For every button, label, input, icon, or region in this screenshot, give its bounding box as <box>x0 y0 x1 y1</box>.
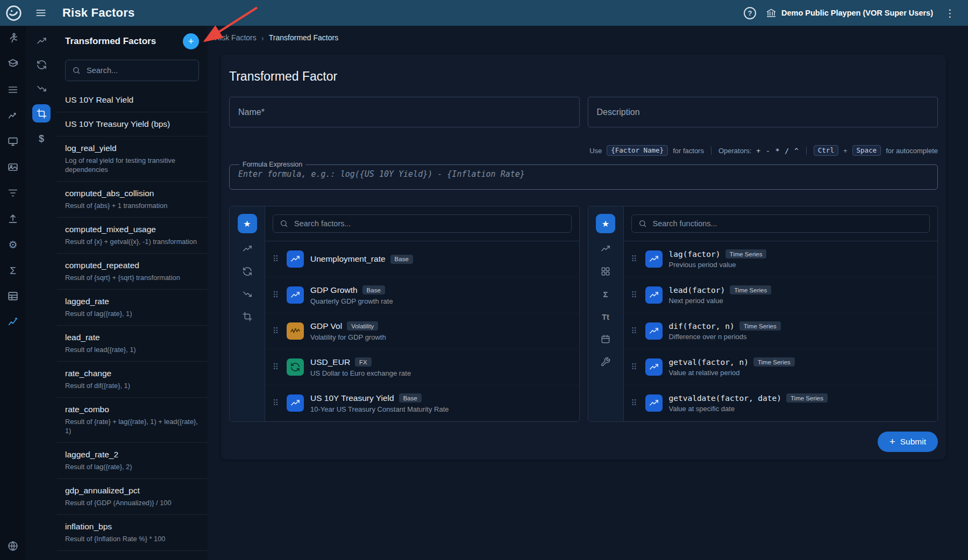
factors-list: ⠿ Unemployment_rate <box>265 241 579 421</box>
nav-item-layers[interactable] <box>5 56 20 71</box>
factor-list-item[interactable]: lead_rate Result of lead({rate}, 1) <box>57 326 208 362</box>
description-field[interactable] <box>588 97 938 127</box>
factor-list-item[interactable]: US 10Y Treasury Yield (bps) <box>57 112 208 137</box>
sidebar-header: Transformed Factors + <box>57 26 208 55</box>
factor-list-item[interactable]: inflation_bps Result of {Inflation Rate … <box>57 515 208 551</box>
operators-list: + - * / ^ <box>756 147 799 155</box>
factor-list-item[interactable]: US 10Y Real Yield <box>57 88 208 112</box>
drag-handle-icon[interactable]: ⠿ <box>273 326 281 336</box>
functions-filter-text[interactable]: Tt <box>599 310 613 324</box>
search-icon <box>638 219 647 228</box>
nav-item-runner[interactable] <box>5 31 20 46</box>
drag-handle-icon[interactable]: ⠿ <box>631 290 640 300</box>
drag-handle-icon[interactable]: ⠿ <box>273 254 281 264</box>
filter-trend-down-button[interactable] <box>34 81 49 96</box>
nav-item-settings[interactable]: ⚙ <box>5 237 20 252</box>
function-row[interactable]: ⠿ lead(factor) <box>624 277 938 313</box>
factor-list-item[interactable]: computed_mixed_usage Result of {x} + get… <box>57 218 208 254</box>
filter-transformed-button[interactable] <box>32 104 51 123</box>
submit-button[interactable]: + Submit <box>878 432 938 452</box>
factor-row[interactable]: ⠿ Unemployment_rate <box>265 241 579 277</box>
nav-item-filter[interactable] <box>5 185 20 200</box>
factor-list-item[interactable]: rate_change Result of dif({rate}, 1) <box>57 362 208 398</box>
filter-exchange-button[interactable] <box>34 57 49 72</box>
function-name: lead(factor) <box>669 286 725 295</box>
functions-filter-tools[interactable] <box>599 355 613 369</box>
factors-panel-main: ⠿ Unemployment_rate <box>265 206 579 421</box>
sparkline-icon <box>7 316 19 328</box>
hint-divider <box>711 147 711 155</box>
factors-filter-trend-down[interactable] <box>240 287 254 301</box>
add-factor-button[interactable]: + <box>183 33 199 49</box>
nav-item-sigma[interactable]: Σ <box>5 263 20 278</box>
app-logo-icon[interactable] <box>5 4 23 22</box>
factor-list-item[interactable]: lagged_rate_2 Result of lag({rate}, 2) <box>57 443 208 479</box>
function-row[interactable]: ⠿ getval(factor, n) <box>624 349 938 385</box>
factor-description: Log of real yield for testing transitive… <box>65 156 199 174</box>
drag-handle-icon[interactable]: ⠿ <box>631 362 640 372</box>
function-row[interactable]: ⠿ dif(factor, n) <box>624 313 938 349</box>
factor-description: Result of {Inflation Rate %} * 100 <box>65 534 199 543</box>
factor-name: lagged_rate <box>65 296 199 306</box>
chevron-right-icon: › <box>261 33 264 42</box>
factors-filter-crop[interactable] <box>240 310 254 324</box>
nav-item-table[interactable] <box>5 289 20 304</box>
factor-list-item[interactable]: gdp_annualized_pct Result of {GDP (Annua… <box>57 479 208 515</box>
drag-handle-icon[interactable]: ⠿ <box>631 398 640 408</box>
drag-handle-icon[interactable]: ⠿ <box>273 362 281 372</box>
filter-trend-button[interactable] <box>34 33 49 48</box>
help-button[interactable]: ? <box>744 7 756 19</box>
nav-item-sparkline[interactable] <box>5 314 20 329</box>
app-root: Risk Factors ? Demo Public Playpen (VOR … <box>0 0 968 560</box>
drag-handle-icon[interactable]: ⠿ <box>631 326 640 336</box>
name-field[interactable] <box>229 97 580 127</box>
functions-filter-grid[interactable] <box>599 264 613 278</box>
formula-fieldset: Formula Expression <box>229 161 938 190</box>
functions-filter-sigma[interactable]: Σ <box>599 287 613 301</box>
exchange-icon <box>36 59 47 70</box>
more-menu-button[interactable]: ⋮ <box>943 7 957 19</box>
factor-row[interactable]: ⠿ GDP Growth <box>265 277 579 313</box>
factor-list-item[interactable]: log_real_yield Log of real yield for tes… <box>57 137 208 182</box>
favorites-filter-button[interactable]: ★ <box>596 214 615 233</box>
factor-list-item[interactable]: computed_abs_collision Result of {abs} +… <box>57 182 208 218</box>
drag-handle-icon[interactable]: ⠿ <box>631 254 640 264</box>
factors-filter-exchange[interactable] <box>240 264 254 278</box>
menu-button[interactable] <box>31 3 51 23</box>
nav-item-globe[interactable] <box>5 539 20 554</box>
breadcrumb-parent[interactable]: Risk Factors <box>215 33 257 42</box>
trend-down-icon <box>36 83 47 94</box>
nav-item-monitor[interactable] <box>5 134 20 149</box>
org-selector[interactable]: Demo Public Playpen (VOR Super Users) <box>766 8 933 18</box>
page-title: Risk Factors <box>62 6 134 20</box>
drag-handle-icon[interactable]: ⠿ <box>273 290 281 300</box>
grid-icon <box>600 266 611 277</box>
function-row[interactable]: ⠿ getvaldate(factor, <box>624 385 938 421</box>
factor-list-item[interactable]: lagged_rate Result of lag({rate}, 1) <box>57 290 208 326</box>
card-title: Transformed Factor <box>229 69 938 84</box>
factor-list-item[interactable]: rate_combo Result of {rate} + lag({rate}… <box>57 398 208 443</box>
functions-filter-trend[interactable] <box>599 242 613 256</box>
trend-up-icon <box>600 243 611 254</box>
filter-currency-button[interactable]: $ <box>34 131 49 146</box>
builder-panels: ★ <box>229 206 938 422</box>
sidebar-search-input[interactable] <box>86 66 192 75</box>
formula-input[interactable] <box>235 168 932 184</box>
nav-item-upload[interactable] <box>5 211 20 226</box>
drag-handle-icon[interactable]: ⠿ <box>273 398 281 408</box>
nav-item-rows[interactable] <box>5 82 20 97</box>
factor-row[interactable]: ⠿ US 10Y Treasury Yie <box>265 385 579 421</box>
function-row[interactable]: ⠿ lag(factor) <box>624 241 938 277</box>
nav-item-analytics[interactable] <box>5 108 20 123</box>
functions-filter-calendar[interactable] <box>599 332 613 346</box>
factor-row[interactable]: ⠿ GDP Vol <box>265 313 579 349</box>
search-icon <box>72 66 81 75</box>
factor-row[interactable]: ⠿ USD_EUR <box>265 349 579 385</box>
factors-filter-trend[interactable] <box>240 242 254 256</box>
favorites-filter-button[interactable]: ★ <box>238 214 257 233</box>
factors-search-input[interactable] <box>293 219 565 228</box>
functions-search-input[interactable] <box>652 219 923 228</box>
nav-item-image[interactable] <box>5 160 20 175</box>
factor-list-item[interactable]: computed_repeated Result of {sqrt} + {sq… <box>57 254 208 290</box>
factors-panel: ★ <box>229 206 580 422</box>
